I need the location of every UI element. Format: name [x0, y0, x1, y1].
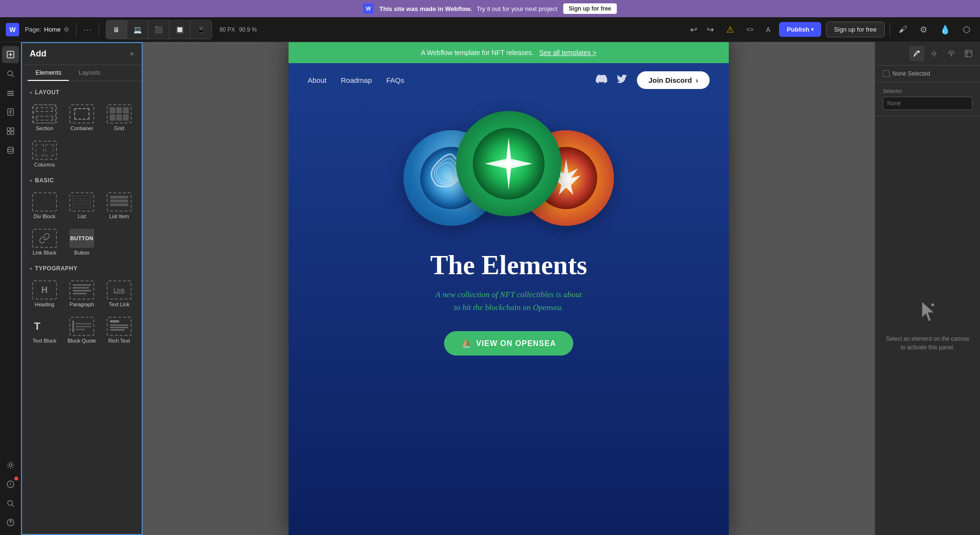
none-selected-label: None Selected: [892, 70, 930, 77]
drops-icon-button[interactable]: 💧: [936, 22, 954, 37]
layout-section-header[interactable]: ▾ Layout: [22, 85, 142, 99]
nav-search-icon[interactable]: [2, 65, 19, 82]
nav-pages-icon[interactable]: [2, 103, 19, 121]
device-tablet-landscape-button[interactable]: 🔲: [169, 21, 190, 39]
element-button[interactable]: BUTTON Button: [64, 225, 100, 259]
orbs-container: [403, 111, 614, 235]
element-text-link[interactable]: Link Text Link: [101, 277, 137, 311]
tab-layouts[interactable]: Layouts: [71, 65, 108, 81]
redo-button[interactable]: ↪: [703, 22, 718, 37]
button-icon: BUTTON: [69, 229, 94, 248]
nav-faqs-link[interactable]: FAQs: [386, 76, 404, 84]
cursor-icon: [918, 300, 937, 327]
element-paragraph[interactable]: Paragraph: [64, 277, 100, 311]
tab-elements[interactable]: Elements: [28, 65, 69, 81]
interactions-panel-button[interactable]: [944, 46, 959, 61]
element-div-block[interactable]: Div Block: [27, 189, 62, 223]
svg-point-29: [561, 173, 571, 183]
page-settings-icon[interactable]: ⚙: [64, 26, 69, 33]
style-panel-button[interactable]: [909, 46, 924, 61]
settings-icon-button[interactable]: ⚙: [916, 22, 931, 37]
element-grid[interactable]: Grid: [101, 100, 137, 135]
promo-signup-button[interactable]: Sign up for free: [563, 3, 617, 14]
basic-section-label: Basic: [35, 177, 54, 184]
list-item-icon: [107, 192, 132, 212]
nav-about-link[interactable]: About: [308, 76, 326, 84]
device-small-laptop-button[interactable]: ⬛: [148, 21, 169, 39]
nav-layers-icon[interactable]: [2, 84, 19, 101]
toolbar-signup-button[interactable]: Sign up for free: [826, 22, 885, 37]
canvas-banner-link[interactable]: See all templates >: [539, 49, 596, 56]
navigator-panel-button[interactable]: [961, 46, 976, 61]
canvas-nav-right: Join Discord ›: [596, 71, 710, 89]
star-graphic: [473, 128, 545, 200]
code-toggle-button[interactable]: <>: [743, 24, 757, 35]
settings-panel-button[interactable]: [926, 46, 942, 61]
element-list-item[interactable]: List Item: [101, 189, 137, 223]
block-quote-icon: [69, 317, 94, 336]
device-laptop-button[interactable]: 💻: [127, 21, 148, 39]
basic-section-header[interactable]: ▾ Basic: [22, 173, 142, 187]
element-rich-text[interactable]: Rich Text: [101, 313, 137, 347]
element-block-quote[interactable]: Block Quote: [64, 313, 100, 347]
element-section[interactable]: Section: [27, 100, 62, 135]
opensea-icon: ⛵: [461, 339, 471, 348]
nav-components-icon[interactable]: [2, 123, 19, 140]
app-layout: Add × Elements Layouts ▾ Layout Section: [0, 42, 980, 535]
device-tablet-portrait-button[interactable]: 📱: [190, 21, 212, 39]
panel-content: ▾ Layout Section: [22, 81, 142, 534]
element-columns[interactable]: Columns: [27, 137, 62, 171]
device-desktop-button[interactable]: 🖥: [106, 21, 127, 39]
link-block-label: Link Block: [33, 250, 56, 256]
canvas-nav: About Roadmap FAQs Join Discord: [289, 63, 729, 97]
hero-cta-button[interactable]: ⛵ VIEW ON OPENSEA: [444, 331, 573, 356]
nav-cms-icon[interactable]: [2, 142, 19, 159]
toolbar-divider-3: [890, 23, 890, 36]
element-list[interactable]: List: [64, 189, 100, 223]
warning-button[interactable]: ⚠: [723, 22, 738, 37]
block-quote-label: Block Quote: [67, 338, 96, 344]
layout-section-label: Layout: [35, 89, 59, 96]
svg-rect-7: [7, 95, 14, 96]
undo-button[interactable]: ↩: [686, 22, 701, 37]
element-heading[interactable]: H Heading: [27, 277, 62, 311]
nav-help-icon[interactable]: [2, 514, 19, 531]
panel-close-button[interactable]: ×: [130, 50, 134, 58]
svg-rect-33: [965, 50, 972, 57]
toolbar-more-icon[interactable]: ⋯: [83, 24, 92, 35]
list-item-label: List Item: [109, 213, 129, 219]
element-container[interactable]: Container: [64, 100, 100, 135]
hero-subtitle-italic: new collection of NFT collectibles: [442, 290, 554, 299]
website-canvas[interactable]: A Webflow template for NFT releases. See…: [289, 42, 729, 535]
undo-redo-group: ↩ ↪: [686, 22, 718, 37]
discord-social-icon[interactable]: [596, 75, 607, 86]
paragraph-label: Paragraph: [69, 301, 94, 307]
panel-title: Add: [30, 49, 46, 59]
nav-icon-button[interactable]: ⬡: [959, 22, 974, 37]
right-panel-toolbar: [875, 42, 980, 66]
style-button[interactable]: A: [762, 24, 774, 35]
element-text-block[interactable]: T Text Block: [27, 313, 62, 347]
nav-search-bottom-icon[interactable]: [2, 495, 19, 512]
nav-add-icon[interactable]: [2, 46, 19, 63]
grid-icon: [107, 104, 132, 123]
selector-input[interactable]: [883, 97, 972, 110]
twitter-social-icon[interactable]: [617, 75, 627, 86]
canvas-area[interactable]: A Webflow template for NFT releases. See…: [143, 42, 875, 535]
join-discord-button[interactable]: Join Discord ›: [637, 71, 710, 89]
basic-elements-grid: Div Block List: [22, 187, 142, 261]
publish-button[interactable]: Publish ▾: [779, 22, 821, 37]
element-link-block[interactable]: Link Block: [27, 225, 62, 259]
publish-chevron-icon: ▾: [811, 27, 813, 32]
page-name[interactable]: Home: [44, 26, 61, 33]
page-info: Page: Home ⚙: [25, 26, 69, 33]
webflow-app-logo[interactable]: W: [6, 23, 19, 36]
typography-section-header[interactable]: ▾ Typography: [22, 261, 142, 275]
panel-header: Add ×: [22, 43, 142, 65]
svg-rect-14: [7, 132, 10, 134]
list-label: List: [78, 213, 86, 219]
nav-roadmap-link[interactable]: Roadmap: [341, 76, 372, 84]
nav-settings-bottom-icon[interactable]: [2, 457, 19, 474]
empty-state-text: Select an element on the canvas to activ…: [885, 334, 970, 352]
brush-icon-button[interactable]: 🖌: [895, 22, 911, 36]
